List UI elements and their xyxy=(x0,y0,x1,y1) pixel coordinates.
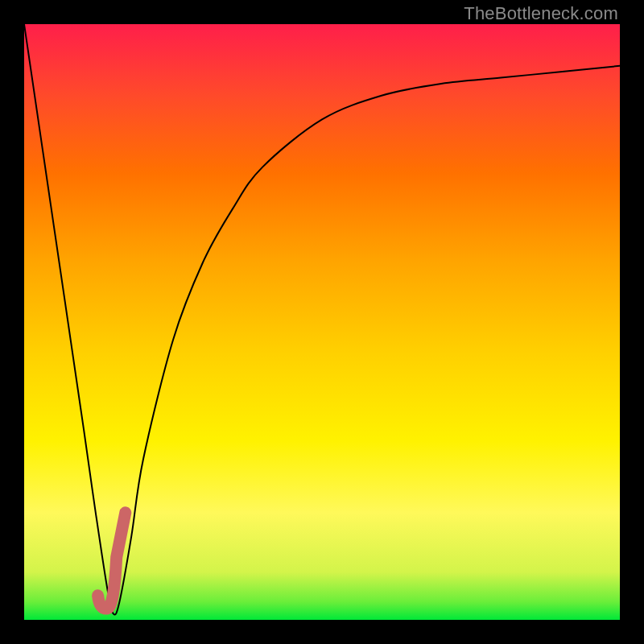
chart-frame: TheBottleneck.com xyxy=(0,0,644,644)
chart-svg xyxy=(24,24,620,620)
watermark-text: TheBottleneck.com xyxy=(464,3,618,24)
bottleneck-curve xyxy=(24,24,620,615)
chart-plot-area xyxy=(24,24,620,620)
